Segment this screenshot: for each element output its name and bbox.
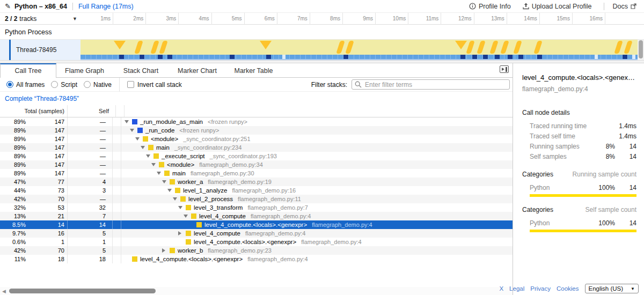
calltree-controls: All frames Script Native Invert call sta…: [0, 78, 513, 92]
row-total-percent: 44%: [0, 186, 26, 195]
tree-row[interactable]: 42%70—level_2_processflamegraph_demo.py:…: [0, 195, 513, 203]
twisty-icon[interactable]: [178, 231, 185, 235]
language-select[interactable]: English (US) ▼: [585, 284, 639, 293]
horizontal-scrollbar[interactable]: ◀: [0, 287, 513, 295]
function-location: <frozen runpy>: [179, 126, 219, 135]
category-square-icon: [186, 239, 191, 245]
native-radio[interactable]: [84, 81, 91, 88]
ruler-tick: 1ms: [80, 13, 113, 25]
function-location: flamegraph_demo.py:34: [199, 160, 263, 169]
tree-row[interactable]: 8.5%1414level_4_compute.<locals>.<genexp…: [0, 220, 513, 229]
legal-link[interactable]: Legal: [509, 285, 524, 292]
tab-marker-table[interactable]: Marker Table: [225, 63, 282, 77]
twisty-icon[interactable]: [151, 163, 158, 166]
tab-flame-graph[interactable]: Flame Graph: [56, 63, 113, 77]
tree-row[interactable]: 13%217level_4_computeflamegraph_demo.py:…: [0, 212, 513, 220]
detail-value: 14: [615, 143, 636, 150]
profile-info-button[interactable]: Profile Info: [469, 3, 511, 10]
category-square-icon: [191, 213, 196, 219]
row-total-samples: 70: [26, 246, 64, 255]
tree-row[interactable]: 89%147—_run_code<frozen runpy>: [0, 126, 513, 135]
full-range-breadcrumb[interactable]: Full Range (17ms): [78, 3, 134, 10]
function-location: flamegraph_demo.py:4: [247, 255, 308, 263]
cookies-link[interactable]: Cookies: [557, 285, 579, 292]
scrollbar-thumb[interactable]: [9, 289, 156, 293]
x-link[interactable]: X: [499, 285, 503, 292]
sample-segment-dark: [472, 55, 477, 59]
ruler-tick: 11ms: [408, 13, 441, 25]
twisty-icon[interactable]: [157, 172, 163, 175]
category-square-icon: [186, 205, 191, 210]
tree-row[interactable]: 42%705worker_bflamegraph_demo.py:23: [0, 246, 513, 255]
twisty-icon[interactable]: [184, 215, 190, 218]
row-total-percent: 11%: [0, 255, 26, 263]
tree-row[interactable]: 89%147—_run_module_as_main<frozen runpy>: [0, 117, 513, 126]
tree-row[interactable]: 89%147—mainflamegraph_demo.py:30: [0, 169, 513, 178]
top-header: ✎ Python – x86_64 Full Range (17ms) Prof…: [0, 0, 644, 13]
thread-activity-graph[interactable]: [80, 40, 638, 60]
tree-row[interactable]: 47%774worker_aflamegraph_demo.py:19: [0, 178, 513, 186]
ruler-tick-label: 7ms: [297, 16, 308, 21]
complete-thread-row: Complete “Thread-78495”: [0, 92, 513, 105]
tab-call-tree[interactable]: Call Tree: [0, 63, 56, 78]
tree-row[interactable]: 89%147—main_sync_coordinator.py:234: [0, 143, 513, 152]
process-track-row[interactable]: Python Process: [0, 25, 644, 40]
twisty-icon[interactable]: [162, 180, 169, 183]
self-column-header[interactable]: Self: [70, 108, 109, 114]
filter-stacks-input[interactable]: [352, 79, 510, 90]
row-total-percent: 89%: [0, 169, 26, 178]
all-frames-label[interactable]: All frames: [16, 81, 45, 88]
twisty-icon[interactable]: [146, 154, 152, 158]
timeline-ruler[interactable]: 1ms2ms3ms4ms5ms6ms7ms8ms9ms10ms11ms12ms1…: [80, 13, 638, 25]
thread-track-row[interactable]: Thread-78495: [0, 40, 644, 60]
native-label[interactable]: Native: [93, 81, 112, 88]
tree-row[interactable]: 89%147—<module>_sync_coordinator.py:251: [0, 135, 513, 143]
thread-track-label[interactable]: Thread-78495: [0, 40, 80, 60]
twisty-icon[interactable]: [135, 137, 142, 141]
marker-triangle-icon: [114, 41, 126, 49]
categories-header: CategoriesSelf sample count: [522, 206, 636, 213]
tracks-dropdown[interactable]: 2 / 2 tracks ▼: [5, 13, 36, 25]
category-square-icon: [180, 196, 186, 202]
script-radio[interactable]: [51, 81, 58, 88]
twisty-icon[interactable]: [162, 248, 169, 253]
tree-row[interactable]: 11%1818level_4_compute.<locals>.<genexpr…: [0, 255, 513, 263]
privacy-link[interactable]: Privacy: [530, 285, 551, 292]
tree-row[interactable]: 0.6%11level_4_compute.<locals>.<genexpr>…: [0, 238, 513, 246]
tab-marker-chart[interactable]: Marker Chart: [169, 63, 225, 77]
docs-link[interactable]: Docs: [613, 3, 636, 10]
twisty-icon[interactable]: [173, 197, 179, 201]
edit-profile-name-icon[interactable]: ✎: [5, 2, 11, 10]
row-function-cell: level_1_analyzeflamegraph_demo.py:16: [121, 186, 513, 195]
scroll-left-arrow-icon[interactable]: ◀: [2, 289, 6, 294]
ruler-tick-label: 11ms: [426, 16, 439, 21]
sample-segment-dark: [518, 55, 523, 59]
tree-row[interactable]: 89%147—_execute_script_sync_coordinator.…: [0, 152, 513, 160]
twisty-icon[interactable]: [141, 146, 147, 149]
tree-row[interactable]: 44%733level_1_analyzeflamegraph_demo.py:…: [0, 186, 513, 195]
scrollbar-thumb[interactable]: [639, 40, 643, 58]
tree-row[interactable]: 89%147—<module>flamegraph_demo.py:34: [0, 160, 513, 169]
script-label[interactable]: Script: [61, 81, 77, 88]
twisty-icon[interactable]: [178, 206, 185, 209]
sidebar-toggle-button[interactable]: [500, 65, 509, 73]
upload-local-profile-button[interactable]: Upload Local Profile: [523, 3, 592, 10]
complete-thread-link[interactable]: Complete “Thread-78495”: [5, 95, 79, 102]
ruler-tick: 8ms: [310, 13, 343, 25]
tree-row[interactable]: 32%5332level_3_transformflamegraph_demo.…: [0, 203, 513, 212]
total-samples-column-header[interactable]: Total (samples): [0, 108, 64, 114]
track-vertical-scrollbar[interactable]: [638, 40, 644, 60]
twisty-icon[interactable]: [130, 129, 136, 132]
twisty-icon[interactable]: [125, 120, 131, 123]
search-icon: [355, 81, 362, 88]
row-total-samples: 147: [26, 117, 64, 126]
invert-call-stack-label[interactable]: Invert call stack: [137, 81, 182, 88]
invert-call-stack-checkbox[interactable]: [127, 81, 134, 88]
ruler-tick-label: 8ms: [330, 16, 340, 21]
all-frames-radio[interactable]: [6, 81, 13, 88]
tab-stack-chart[interactable]: Stack Chart: [113, 63, 169, 77]
category-square-icon: [186, 231, 191, 236]
twisty-icon[interactable]: [167, 189, 174, 192]
ruler-tick: 12ms: [441, 13, 474, 25]
tree-row[interactable]: 9.7%165level_4_computeflamegraph_demo.py…: [0, 229, 513, 238]
